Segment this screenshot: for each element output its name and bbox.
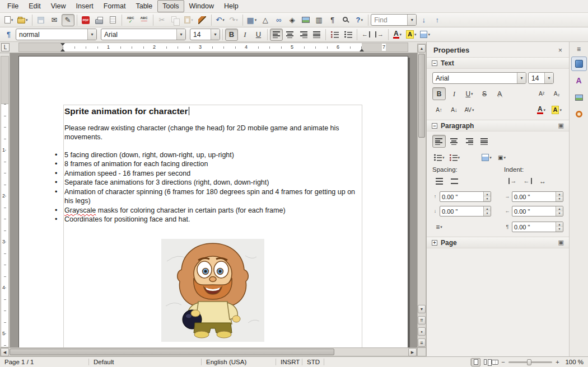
sidebar-align-justify-button[interactable]	[478, 135, 491, 148]
chevron-down-icon[interactable]: ▾	[176, 29, 185, 40]
spelling-button[interactable]: ABC✓	[124, 14, 137, 26]
sidebar-italic-button[interactable]: I	[447, 87, 461, 100]
menu-help[interactable]: Help	[219, 0, 244, 12]
menu-insert[interactable]: Insert	[71, 0, 99, 12]
previous-page-button[interactable]: ⇈	[418, 316, 426, 324]
menu-window[interactable]: Window	[184, 0, 219, 12]
shrink-font-button[interactable]: A↓	[447, 103, 461, 116]
page-indicator[interactable]: Page 1 / 1	[0, 359, 88, 365]
document-page[interactable]: Sprite animation for character Please re…	[18, 56, 408, 347]
text-boundary[interactable]: Sprite animation for character Please re…	[63, 105, 362, 347]
page-section-header[interactable]: + Page ▣	[427, 237, 569, 248]
redo-button[interactable]: ↷▾	[227, 14, 240, 26]
character-spacing-button[interactable]: AV▾	[463, 103, 476, 116]
numbered-list-button[interactable]	[328, 29, 341, 41]
increase-indent-button[interactable]: →	[373, 29, 386, 41]
tab-gallery[interactable]	[571, 90, 587, 105]
text-section-header[interactable]: − Text	[427, 57, 569, 69]
switch-indent-button[interactable]: ↔	[536, 175, 549, 187]
find-previous-button[interactable]: ↑	[431, 14, 444, 26]
navigation-button[interactable]: ●	[418, 327, 426, 336]
navigator-button[interactable]: ◈	[286, 14, 298, 26]
paste-button[interactable]: ▾	[183, 14, 195, 26]
font-color-button[interactable]: A▾	[391, 29, 404, 41]
spin-up-icon[interactable]: ▲	[484, 192, 491, 197]
spin-up-icon[interactable]: ▲	[556, 192, 563, 197]
edit-file-button[interactable]: ✎	[62, 14, 74, 26]
bullet-list[interactable]: 5 facing direction (down, right, down-ri…	[64, 150, 361, 224]
paragraph-style-select[interactable]: normal▾	[16, 29, 97, 40]
data-sources-button[interactable]: ▥	[312, 14, 325, 26]
collapse-icon[interactable]: −	[432, 60, 437, 66]
first-line-indent-field[interactable]: 0.00 "▲▼	[512, 222, 563, 232]
spacing-preset-1-button[interactable]	[432, 175, 446, 187]
sidebar-underline-button[interactable]: U▾	[463, 87, 476, 100]
autospellcheck-button[interactable]: ABC~~~	[138, 14, 151, 26]
above-paragraph-spacing-field[interactable]: 0.00 "▲▼	[440, 191, 491, 202]
line-spacing-button[interactable]: ≡▾	[432, 220, 446, 233]
bold-button[interactable]: B	[225, 29, 238, 41]
menu-table[interactable]: Table	[130, 0, 157, 12]
menu-file[interactable]: File	[2, 0, 24, 12]
grow-font-button[interactable]: A↑	[432, 103, 446, 116]
font-size-select[interactable]: 14▾	[190, 29, 220, 40]
first-line-indent-marker[interactable]	[60, 43, 65, 46]
find-next-button[interactable]: ↓	[417, 14, 430, 26]
email-button[interactable]: ✉	[48, 14, 61, 26]
spin-down-icon[interactable]: ▼	[556, 197, 563, 202]
bullet-list-button[interactable]	[342, 29, 354, 41]
tab-properties[interactable]	[571, 57, 587, 71]
scroll-right-button[interactable]: ▶	[408, 348, 417, 356]
vertical-scroll-thumb[interactable]	[418, 54, 425, 138]
formatting-marks-button[interactable]: ¶	[326, 14, 339, 26]
clone-formatting-button[interactable]	[196, 14, 209, 26]
horizontal-scrollbar[interactable]: ◀ ▶	[0, 347, 417, 356]
intro-paragraph[interactable]: Please redraw existing character (change…	[64, 124, 361, 142]
open-button[interactable]: ▾	[16, 14, 30, 26]
italic-button[interactable]: I	[239, 29, 251, 41]
dialog-launcher-icon[interactable]: ▣	[558, 239, 564, 246]
sidebar-align-right-button[interactable]	[463, 135, 476, 148]
scroll-down-button[interactable]: ▼	[418, 305, 426, 313]
chevron-down-icon[interactable]: ▾	[87, 29, 96, 40]
menu-view[interactable]: View	[46, 0, 71, 12]
new-document-button[interactable]: ▾	[2, 14, 15, 26]
sidebar-menu-icon[interactable]: ≡	[572, 44, 586, 54]
insert-table-button[interactable]: ▦▾	[245, 14, 259, 26]
zoom-button[interactable]	[339, 14, 352, 26]
styles-panel-button[interactable]: ¶	[2, 29, 15, 41]
paragraph-border-button[interactable]: ▣▾	[495, 151, 508, 164]
sidebar-align-left-button[interactable]	[432, 135, 446, 148]
draw-functions-button[interactable]: △	[259, 14, 272, 26]
copy-button[interactable]	[169, 14, 182, 26]
sidebar-highlighting-button[interactable]: A▾	[550, 103, 563, 116]
menu-edit[interactable]: Edit	[24, 0, 46, 12]
chevron-down-icon[interactable]: ▾	[211, 29, 220, 40]
page-style-field[interactable]: Default	[89, 359, 201, 365]
view-multiple-pages-button[interactable]	[480, 358, 490, 366]
spin-down-icon[interactable]: ▼	[484, 197, 491, 202]
zoom-slider[interactable]	[508, 361, 552, 363]
sidebar-font-size-select[interactable]: 14▾	[528, 72, 554, 84]
spin-down-icon[interactable]: ▼	[556, 227, 563, 232]
spacing-preset-2-button[interactable]	[447, 175, 461, 187]
help-button[interactable]: ?▾	[353, 14, 366, 26]
sidebar-bold-button[interactable]: B	[432, 87, 446, 100]
expand-icon[interactable]: +	[432, 240, 437, 246]
horizontal-scroll-thumb[interactable]	[10, 349, 334, 355]
cut-button[interactable]: ✂	[156, 14, 169, 26]
view-single-page-button[interactable]	[471, 358, 480, 366]
zoom-out-button[interactable]: −	[500, 359, 507, 365]
menu-format[interactable]: Format	[99, 0, 131, 12]
save-button[interactable]	[35, 14, 48, 26]
font-name-select[interactable]: Arial▾	[101, 29, 186, 40]
spin-up-icon[interactable]: ▲	[556, 206, 563, 211]
language-field[interactable]: English (USA)	[202, 359, 276, 365]
find-input[interactable]: Find▾	[371, 14, 417, 26]
close-icon[interactable]: ×	[556, 46, 564, 54]
background-color-button[interactable]: ▾	[418, 29, 432, 41]
align-center-button[interactable]	[283, 29, 296, 41]
selection-mode-field[interactable]: STD	[302, 359, 324, 365]
increase-indent-button[interactable]: →	[506, 175, 519, 187]
export-pdf-button[interactable]: PDF	[80, 14, 92, 26]
